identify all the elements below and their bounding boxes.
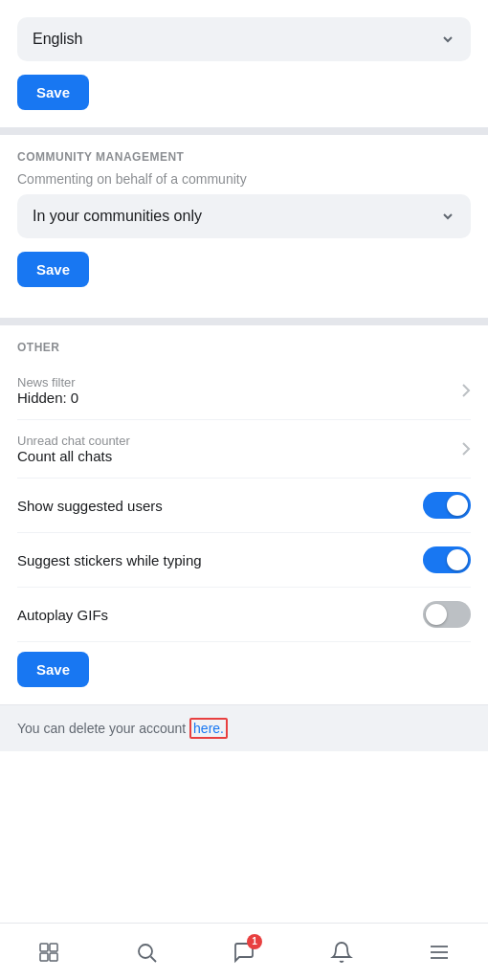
unread-chat-value: Count all chats bbox=[17, 448, 461, 464]
news-filter-value: Hidden: 0 bbox=[17, 390, 461, 406]
language-save-button[interactable]: Save bbox=[17, 75, 89, 110]
news-filter-info: News filter Hidden: 0 bbox=[17, 375, 461, 406]
show-suggested-users-toggle[interactable] bbox=[423, 492, 471, 519]
chevron-down-icon bbox=[440, 209, 455, 224]
nav-notifications[interactable] bbox=[318, 928, 366, 976]
toggle-slider bbox=[423, 601, 471, 628]
home-icon bbox=[37, 941, 60, 964]
chevron-right-icon bbox=[461, 441, 471, 457]
news-filter-row[interactable]: News filter Hidden: 0 bbox=[17, 362, 471, 420]
community-management-header: COMMUNITY MANAGEMENT bbox=[0, 135, 488, 171]
language-section: English Save bbox=[0, 0, 488, 127]
svg-rect-0 bbox=[40, 944, 48, 951]
autoplay-gifs-row: Autoplay GIFs bbox=[17, 588, 471, 642]
svg-line-5 bbox=[151, 956, 157, 962]
suggest-stickers-toggle[interactable] bbox=[423, 546, 471, 573]
nav-home[interactable] bbox=[25, 928, 73, 976]
show-suggested-users-row: Show suggested users bbox=[17, 479, 471, 533]
news-filter-title: News filter bbox=[17, 375, 461, 390]
autoplay-gifs-label: Autoplay GIFs bbox=[17, 607, 108, 623]
delete-account-text: You can delete your account bbox=[17, 721, 189, 736]
other-header: OTHER bbox=[0, 325, 488, 362]
suggest-stickers-row: Suggest stickers while typing bbox=[17, 533, 471, 588]
community-management-section: Commenting on behalf of a community In y… bbox=[0, 171, 488, 318]
menu-icon bbox=[428, 941, 451, 964]
unread-chat-row[interactable]: Unread chat counter Count all chats bbox=[17, 420, 471, 479]
svg-rect-1 bbox=[50, 944, 57, 951]
nav-menu[interactable] bbox=[415, 928, 463, 976]
other-section: News filter Hidden: 0 Unread chat counte… bbox=[0, 362, 488, 704]
community-management-label: Commenting on behalf of a community bbox=[17, 171, 471, 187]
community-save-button[interactable]: Save bbox=[17, 252, 89, 287]
section-divider-1 bbox=[0, 127, 488, 135]
community-select[interactable]: In your communities only bbox=[17, 194, 471, 238]
delete-account-link[interactable]: here. bbox=[189, 718, 228, 739]
chevron-right-icon bbox=[461, 383, 471, 398]
community-value: In your communities only bbox=[33, 208, 202, 225]
toggle-slider bbox=[423, 492, 471, 519]
nav-messages[interactable]: 1 bbox=[220, 928, 268, 976]
delete-account-section: You can delete your account here. bbox=[0, 704, 488, 751]
other-save-button[interactable]: Save bbox=[17, 652, 89, 687]
unread-chat-title: Unread chat counter bbox=[17, 434, 461, 448]
search-icon bbox=[135, 941, 158, 964]
messages-badge: 1 bbox=[247, 934, 262, 949]
unread-chat-info: Unread chat counter Count all chats bbox=[17, 434, 461, 464]
language-value: English bbox=[33, 31, 82, 48]
svg-rect-2 bbox=[40, 953, 48, 961]
chevron-down-icon bbox=[440, 32, 455, 47]
show-suggested-users-label: Show suggested users bbox=[17, 498, 163, 514]
bell-icon bbox=[330, 941, 353, 964]
nav-search[interactable] bbox=[122, 928, 170, 976]
toggle-slider bbox=[423, 546, 471, 573]
suggest-stickers-label: Suggest stickers while typing bbox=[17, 552, 202, 568]
autoplay-gifs-toggle[interactable] bbox=[423, 601, 471, 628]
bottom-navigation: 1 bbox=[0, 923, 488, 980]
svg-point-4 bbox=[139, 945, 152, 958]
svg-rect-3 bbox=[50, 953, 57, 961]
language-select[interactable]: English bbox=[17, 17, 471, 61]
section-divider-2 bbox=[0, 318, 488, 325]
